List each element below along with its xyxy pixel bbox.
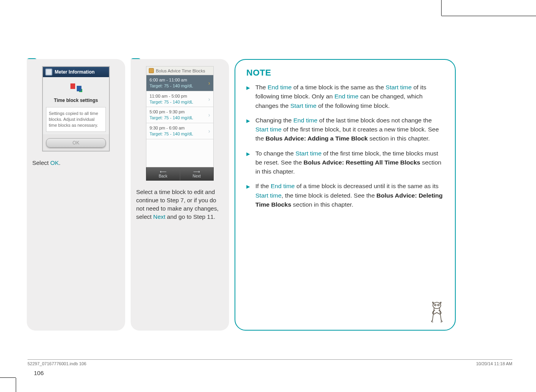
- note-item-text: The End time of a time block is the same…: [255, 83, 444, 110]
- chevron-right-icon: ›: [208, 80, 210, 86]
- time-block-row[interactable]: 5:00 pm - 9:30 pm Target: 75 - 140 mg/dL…: [146, 107, 213, 123]
- chevron-right-icon: ›: [208, 128, 210, 134]
- next-button[interactable]: ⟶ Next: [180, 167, 214, 180]
- note-title: NOTE: [246, 68, 444, 78]
- time-block-row[interactable]: 9:30 pm - 6:00 am Target: 75 - 140 mg/dL…: [146, 123, 213, 139]
- print-footer: 52297_07167776001.indb 106 10/20/14 11:1…: [28, 359, 512, 366]
- arrow-right-icon: ⟶: [180, 169, 214, 174]
- time-blocks-list: 6:00 am - 11:00 am Target: 75 - 140 mg/d…: [146, 75, 214, 167]
- triangle-bullet-icon: ▶: [246, 150, 250, 176]
- note-item: ▶If the End time of a time block is decr…: [246, 181, 444, 209]
- back-button[interactable]: ⟵ Back: [146, 167, 180, 180]
- chevron-right-icon: ›: [208, 112, 210, 118]
- step-5-device-screenshot: Meter Information Time block settings Se…: [42, 66, 110, 152]
- note-item-text: If the End time of a time block is decre…: [255, 181, 444, 209]
- mascot-illustration: [428, 301, 445, 323]
- note-list: ▶The End time of a time block is the sam…: [246, 83, 444, 209]
- clipboard-icon: [149, 68, 154, 73]
- svg-point-0: [433, 302, 441, 309]
- time-block-settings-heading: Time block settings: [46, 98, 106, 103]
- ok-button[interactable]: OK: [46, 138, 106, 148]
- note-item: ▶To change the Start time of the first t…: [246, 149, 444, 176]
- settings-copy-icon: [70, 83, 82, 92]
- step-5-body: Meter Information Time block settings Se…: [27, 59, 125, 331]
- page-number: 106: [34, 370, 44, 376]
- step-6-instruction: Select a time block to edit and continue…: [136, 188, 224, 221]
- footer-datetime: 10/20/14 11:18 AM: [476, 361, 512, 366]
- svg-point-2: [438, 304, 439, 306]
- step-6-column: 6 Bolus Advice Time Blocks 6:00 am - 11:…: [131, 59, 229, 335]
- triangle-bullet-icon: ▶: [246, 183, 250, 209]
- svg-point-1: [434, 304, 436, 306]
- settings-copied-message: Settings copied to all time blocks. Adju…: [46, 107, 106, 132]
- triangle-bullet-icon: ▶: [246, 117, 250, 143]
- arrow-left-icon: ⟵: [146, 169, 180, 174]
- note-panel: NOTE ▶The End time of a time block is th…: [235, 59, 456, 331]
- footer-file: 52297_07167776001.indb 106: [28, 361, 86, 366]
- step-5-instruction: Select OK.: [32, 159, 120, 167]
- meter-info-title: Meter Information: [55, 69, 94, 75]
- note-item-text: Changing the End time of the last time b…: [255, 116, 444, 143]
- time-blocks-title-bar: Bolus Advice Time Blocks: [146, 66, 214, 75]
- time-block-row[interactable]: 11:00 am - 5:00 pm Target: 75 - 140 mg/d…: [146, 91, 213, 107]
- meter-info-title-bar: Meter Information: [43, 67, 109, 77]
- note-item-text: To change the Start time of the first ti…: [255, 149, 444, 176]
- note-item: ▶Changing the End time of the last time …: [246, 116, 444, 143]
- step-5-column: 5 Meter Information Time block settings …: [27, 59, 125, 335]
- time-block-row[interactable]: 6:00 am - 11:00 am Target: 75 - 140 mg/d…: [146, 75, 213, 91]
- step-6-body: Bolus Advice Time Blocks 6:00 am - 11:00…: [131, 59, 229, 331]
- step-6-device-screenshot: Bolus Advice Time Blocks 6:00 am - 11:00…: [146, 66, 214, 181]
- triangle-bullet-icon: ▶: [246, 84, 250, 110]
- note-item: ▶The End time of a time block is the sam…: [246, 83, 444, 110]
- document-icon: [45, 68, 52, 76]
- chevron-right-icon: ›: [208, 96, 210, 102]
